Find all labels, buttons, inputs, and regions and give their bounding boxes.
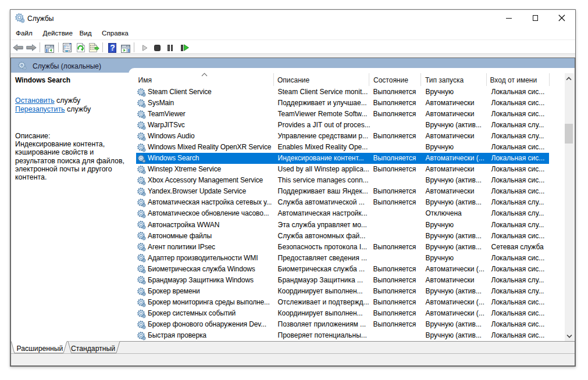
svg-text:?: ? bbox=[110, 43, 115, 52]
